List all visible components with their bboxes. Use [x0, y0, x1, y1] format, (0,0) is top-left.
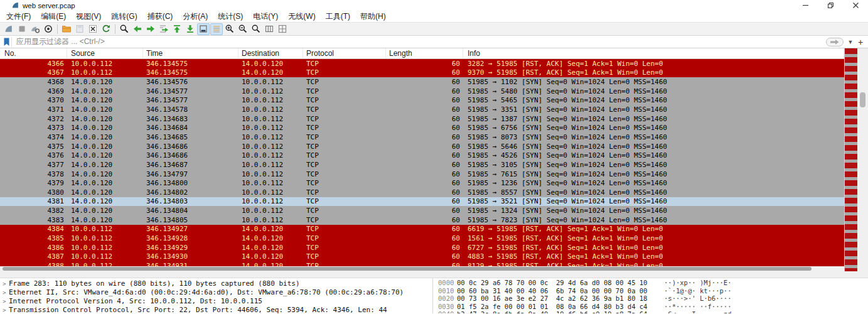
cell-length: 60: [386, 96, 463, 104]
cell-length: 60: [386, 188, 463, 197]
toolbar-open-file-button[interactable]: [60, 23, 73, 35]
packet-detail-row[interactable]: >Frame 283: 110 bytes on wire (880 bits)…: [0, 279, 432, 288]
menu-item-help[interactable]: 帮助(H): [355, 10, 391, 23]
packet-row[interactable]: 436914.0.0.120346.13457710.0.0.112TCP605…: [0, 87, 844, 96]
menu-item-wireless[interactable]: 无线(W): [283, 10, 320, 23]
hex-row[interactable]: 000000 0c 29 a6 78 70 00 0c 29 4d 6a d0 …: [433, 279, 868, 287]
capture-start-icon: [4, 24, 14, 34]
hex-row[interactable]: 0040b3 47 3c 8e fb fa 9a 49 19 f6 bf e0 …: [433, 310, 868, 313]
packet-row[interactable]: 437814.0.0.120346.13479710.0.0.112TCP605…: [0, 170, 844, 179]
column-header-time[interactable]: Time: [143, 48, 238, 58]
packet-row[interactable]: 437114.0.0.120346.13457810.0.0.112TCP605…: [0, 105, 844, 114]
maximize-button[interactable]: [818, 0, 843, 11]
packet-row[interactable]: 438014.0.0.120346.13480210.0.0.112TCP605…: [0, 188, 844, 197]
toolbar-capture-start-button[interactable]: [3, 23, 15, 35]
packet-row[interactable]: 438314.0.0.120346.13480510.0.0.112TCP605…: [0, 215, 844, 225]
toolbar-layout-grid-button[interactable]: [276, 23, 289, 35]
filter-add-button[interactable]: +: [855, 37, 866, 47]
column-header-no[interactable]: No.: [0, 48, 67, 58]
expand-arrow-icon[interactable]: >: [0, 297, 9, 306]
toolbar-find-packet-button[interactable]: [118, 23, 131, 35]
packet-row[interactable]: 436814.0.0.120346.13457610.0.0.112TCP605…: [0, 77, 844, 87]
packet-detail-row[interactable]: >Transmission Control Protocol, Src Port…: [0, 306, 432, 313]
toolbar-zoom-out-button[interactable]: [237, 23, 249, 35]
toolbar-capture-options-button[interactable]: [29, 23, 41, 35]
menu-item-telephony[interactable]: 电话(Y): [248, 10, 283, 23]
packet-row[interactable]: 438214.0.0.120346.13480410.0.0.112TCP605…: [0, 206, 844, 215]
packet-row[interactable]: 438114.0.0.120346.13480310.0.0.112TCP605…: [0, 197, 844, 207]
packet-row[interactable]: 437714.0.0.120346.13468710.0.0.112TCP605…: [0, 160, 844, 170]
menu-item-go[interactable]: 跳转(G): [106, 10, 142, 23]
packet-row[interactable]: 437514.0.0.120346.13468610.0.0.112TCP605…: [0, 142, 844, 151]
packet-detail-row[interactable]: >Ethernet II, Src: VMware_4d:6a:d0 (00:0…: [0, 288, 432, 297]
menu-item-edit[interactable]: 编辑(E): [36, 10, 71, 23]
cell-time: 346.134800: [143, 179, 238, 187]
packet-row[interactable]: 437614.0.0.120346.13468610.0.0.112TCP605…: [0, 151, 844, 160]
packet-minimap-scrollbar[interactable]: [844, 48, 857, 271]
cell-no: 4368: [0, 78, 67, 86]
horizontal-scrollbar-thumb[interactable]: [3, 267, 812, 271]
capture-restart-icon: [43, 24, 53, 34]
horizontal-scrollbar[interactable]: [0, 266, 844, 271]
toolbar-go-to-packet-button[interactable]: [158, 23, 170, 35]
packet-row[interactable]: 436610.0.0.112346.13457514.0.0.120TCP603…: [0, 59, 844, 68]
toolbar-go-forward-button[interactable]: [144, 23, 157, 35]
filter-dropdown-button[interactable]: ▼: [846, 39, 855, 45]
column-header-source[interactable]: Source: [67, 48, 143, 58]
packet-row[interactable]: 438410.0.0.112346.13492714.0.0.120TCP606…: [0, 225, 844, 234]
menu-item-capture[interactable]: 捕获(C): [142, 10, 178, 23]
cell-no: 4369: [0, 87, 67, 95]
cell-length: 60: [386, 197, 463, 205]
packet-row[interactable]: 438810.0.0.112346.13493114.0.0.120TCP608…: [0, 261, 844, 266]
menu-item-file[interactable]: 文件(F): [1, 10, 36, 23]
column-header-info[interactable]: Info: [463, 48, 844, 58]
packet-row[interactable]: 436710.0.0.112346.13457514.0.0.120TCP609…: [0, 68, 844, 78]
packet-row[interactable]: 437414.0.0.120346.13468510.0.0.112TCP605…: [0, 133, 844, 142]
hex-row[interactable]: 001000 60 ba 31 40 00 40 06 6b 74 0a 00 …: [433, 287, 868, 295]
display-filter-input[interactable]: 应用显示过滤器 ... <Ctrl-/>: [13, 36, 826, 47]
toolbar-reload-file-button[interactable]: [100, 23, 112, 35]
toolbar-auto-scroll-button[interactable]: [197, 23, 210, 35]
filter-bookmark-button[interactable]: [2, 37, 12, 47]
column-header-destination[interactable]: Destination: [238, 48, 303, 58]
toolbar-close-file-button[interactable]: [87, 23, 99, 35]
cell-length: 60: [386, 106, 463, 114]
packet-row[interactable]: 438510.0.0.112346.13492814.0.0.120TCP601…: [0, 234, 844, 243]
packet-detail-row[interactable]: >Internet Protocol Version 4, Src: 10.0.…: [0, 297, 432, 306]
expand-arrow-icon[interactable]: >: [0, 306, 9, 313]
toolbar-colorize-button[interactable]: [210, 23, 223, 35]
menu-item-tools[interactable]: 工具(T): [321, 10, 355, 23]
toolbar-save-file-button[interactable]: [73, 23, 86, 35]
toolbar-capture-restart-button[interactable]: [42, 23, 55, 35]
hex-row[interactable]: 002000 73 00 16 ae 3e e2 27 4c a2 62 36 …: [433, 295, 868, 303]
filter-apply-button[interactable]: [826, 38, 844, 46]
toolbar-go-back-button[interactable]: [131, 23, 144, 35]
close-button[interactable]: [843, 0, 868, 11]
vertical-scrollbar-thumb[interactable]: [860, 92, 865, 107]
menu-item-analyze[interactable]: 分析(A): [178, 10, 213, 23]
menu-item-statistics[interactable]: 统计(S): [213, 10, 248, 23]
packet-row[interactable]: 438610.0.0.112346.13492914.0.0.120TCP606…: [0, 243, 844, 252]
menu-item-view[interactable]: 视图(V): [71, 10, 106, 23]
hex-row[interactable]: 003001 f5 2a fe 00 00 01 01 08 0a 66 d4 …: [433, 303, 868, 311]
packet-row[interactable]: 437014.0.0.120346.13457710.0.0.112TCP605…: [0, 96, 844, 106]
column-header-protocol[interactable]: Protocol: [303, 48, 386, 58]
cell-time: 346.134684: [143, 124, 238, 132]
toolbar-zoom-in-button[interactable]: [223, 23, 236, 35]
vertical-scrollbar[interactable]: [857, 48, 868, 271]
toolbar-resize-columns-button[interactable]: [263, 23, 276, 35]
toolbar-go-first-button[interactable]: [171, 23, 183, 35]
pane-splitter[interactable]: [0, 271, 868, 278]
expand-arrow-icon[interactable]: >: [0, 288, 9, 297]
minimize-button[interactable]: [793, 0, 818, 11]
toolbar-zoom-reset-button[interactable]: [250, 23, 262, 35]
packet-row[interactable]: 437914.0.0.120346.13480010.0.0.112TCP605…: [0, 178, 844, 188]
toolbar-go-last-button[interactable]: [184, 23, 196, 35]
packet-row[interactable]: 437214.0.0.120346.13468310.0.0.112TCP605…: [0, 114, 844, 124]
expand-arrow-icon[interactable]: >: [0, 279, 9, 288]
cell-no: 4386: [0, 244, 67, 252]
toolbar-capture-stop-button[interactable]: [16, 23, 28, 35]
packet-row[interactable]: 438710.0.0.112346.13493014.0.0.120TCP604…: [0, 252, 844, 261]
packet-row[interactable]: 437314.0.0.120346.13468410.0.0.112TCP605…: [0, 123, 844, 133]
column-header-length[interactable]: Length: [386, 48, 463, 58]
